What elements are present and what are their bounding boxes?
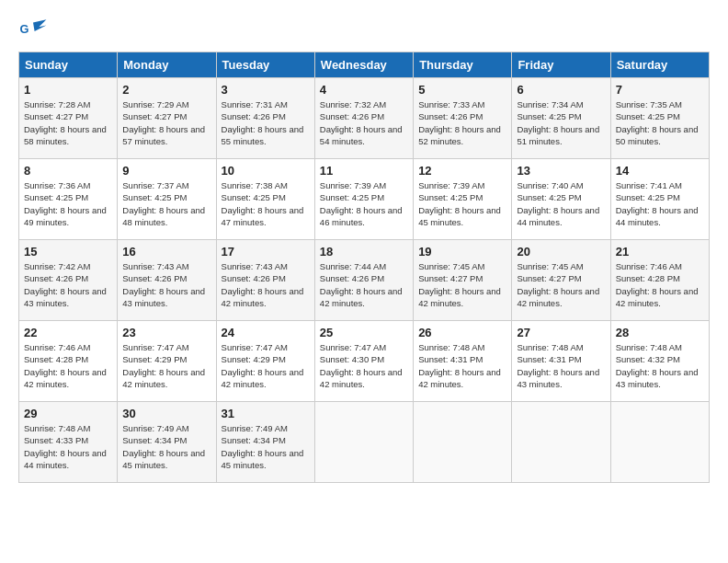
day-number: 8 — [24, 164, 112, 178]
day-info: Sunrise: 7:39 AM Sunset: 4:25 PM Dayligh… — [320, 179, 408, 228]
calendar-header-friday: Friday — [512, 52, 610, 78]
calendar-cell — [512, 402, 610, 483]
day-number: 6 — [517, 83, 605, 97]
day-info: Sunrise: 7:47 AM Sunset: 4:29 PM Dayligh… — [122, 341, 210, 390]
day-info: Sunrise: 7:38 AM Sunset: 4:25 PM Dayligh… — [222, 179, 310, 228]
day-info: Sunrise: 7:45 AM Sunset: 4:27 PM Dayligh… — [418, 260, 506, 309]
calendar-cell: 6 Sunrise: 7:34 AM Sunset: 4:25 PM Dayli… — [512, 78, 610, 159]
day-info: Sunrise: 7:28 AM Sunset: 4:27 PM Dayligh… — [24, 98, 112, 147]
day-info: Sunrise: 7:48 AM Sunset: 4:33 PM Dayligh… — [24, 422, 112, 471]
calendar-cell: 1 Sunrise: 7:28 AM Sunset: 4:27 PM Dayli… — [19, 78, 118, 159]
calendar-header-wednesday: Wednesday — [314, 52, 413, 78]
calendar-header-thursday: Thursday — [414, 52, 512, 78]
day-number: 29 — [24, 407, 112, 420]
calendar-cell: 29 Sunrise: 7:48 AM Sunset: 4:33 PM Dayl… — [19, 402, 118, 483]
calendar-cell: 4 Sunrise: 7:32 AM Sunset: 4:26 PM Dayli… — [314, 78, 413, 159]
calendar-week-2: 8 Sunrise: 7:36 AM Sunset: 4:25 PM Dayli… — [19, 159, 710, 240]
day-info: Sunrise: 7:39 AM Sunset: 4:25 PM Dayligh… — [418, 179, 506, 228]
calendar-cell: 25 Sunrise: 7:47 AM Sunset: 4:30 PM Dayl… — [314, 321, 413, 402]
calendar-week-4: 22 Sunrise: 7:46 AM Sunset: 4:28 PM Dayl… — [19, 321, 710, 402]
day-number: 20 — [517, 245, 605, 259]
day-number: 30 — [122, 407, 210, 420]
day-info: Sunrise: 7:46 AM Sunset: 4:28 PM Dayligh… — [24, 341, 112, 390]
logo-icon: G — [18, 17, 48, 46]
day-info: Sunrise: 7:41 AM Sunset: 4:25 PM Dayligh… — [616, 179, 704, 228]
day-number: 24 — [222, 326, 310, 339]
day-number: 2 — [122, 83, 210, 97]
calendar-cell: 28 Sunrise: 7:48 AM Sunset: 4:32 PM Dayl… — [610, 321, 709, 402]
calendar-week-1: 1 Sunrise: 7:28 AM Sunset: 4:27 PM Dayli… — [19, 78, 710, 159]
calendar-cell: 15 Sunrise: 7:42 AM Sunset: 4:26 PM Dayl… — [19, 240, 118, 321]
calendar-cell: 2 Sunrise: 7:29 AM Sunset: 4:27 PM Dayli… — [118, 78, 216, 159]
day-number: 7 — [616, 83, 704, 97]
calendar-header-sunday: Sunday — [19, 52, 118, 78]
day-number: 13 — [517, 164, 605, 178]
calendar-cell: 9 Sunrise: 7:37 AM Sunset: 4:25 PM Dayli… — [118, 159, 216, 240]
day-info: Sunrise: 7:31 AM Sunset: 4:26 PM Dayligh… — [222, 98, 310, 147]
day-info: Sunrise: 7:35 AM Sunset: 4:25 PM Dayligh… — [616, 98, 704, 147]
calendar-header-row: SundayMondayTuesdayWednesdayThursdayFrid… — [19, 52, 710, 78]
calendar-cell: 12 Sunrise: 7:39 AM Sunset: 4:25 PM Dayl… — [414, 159, 512, 240]
calendar-cell: 14 Sunrise: 7:41 AM Sunset: 4:25 PM Dayl… — [610, 159, 709, 240]
day-number: 28 — [616, 326, 704, 339]
calendar-cell: 26 Sunrise: 7:48 AM Sunset: 4:31 PM Dayl… — [414, 321, 512, 402]
day-number: 14 — [616, 164, 704, 178]
day-info: Sunrise: 7:48 AM Sunset: 4:31 PM Dayligh… — [517, 341, 605, 390]
day-info: Sunrise: 7:46 AM Sunset: 4:28 PM Dayligh… — [616, 260, 704, 309]
svg-text:G: G — [20, 22, 29, 36]
calendar-cell: 27 Sunrise: 7:48 AM Sunset: 4:31 PM Dayl… — [512, 321, 610, 402]
calendar-cell: 8 Sunrise: 7:36 AM Sunset: 4:25 PM Dayli… — [19, 159, 118, 240]
day-info: Sunrise: 7:32 AM Sunset: 4:26 PM Dayligh… — [320, 98, 408, 147]
day-info: Sunrise: 7:29 AM Sunset: 4:27 PM Dayligh… — [122, 98, 210, 147]
day-info: Sunrise: 7:45 AM Sunset: 4:27 PM Dayligh… — [517, 260, 605, 309]
calendar-week-3: 15 Sunrise: 7:42 AM Sunset: 4:26 PM Dayl… — [19, 240, 710, 321]
calendar-header-monday: Monday — [118, 52, 216, 78]
calendar-cell — [414, 402, 512, 483]
day-number: 22 — [24, 326, 112, 339]
calendar-week-5: 29 Sunrise: 7:48 AM Sunset: 4:33 PM Dayl… — [19, 402, 710, 483]
day-number: 10 — [222, 164, 310, 178]
calendar-cell: 31 Sunrise: 7:49 AM Sunset: 4:34 PM Dayl… — [216, 402, 314, 483]
day-info: Sunrise: 7:43 AM Sunset: 4:26 PM Dayligh… — [122, 260, 210, 309]
day-number: 11 — [320, 164, 408, 178]
day-number: 19 — [418, 245, 506, 259]
day-number: 18 — [320, 245, 408, 259]
calendar-header-tuesday: Tuesday — [216, 52, 314, 78]
day-number: 23 — [122, 326, 210, 339]
day-number: 12 — [418, 164, 506, 178]
day-info: Sunrise: 7:33 AM Sunset: 4:26 PM Dayligh… — [418, 98, 506, 147]
day-number: 26 — [418, 326, 506, 339]
calendar-cell: 23 Sunrise: 7:47 AM Sunset: 4:29 PM Dayl… — [118, 321, 216, 402]
calendar-cell: 10 Sunrise: 7:38 AM Sunset: 4:25 PM Dayl… — [216, 159, 314, 240]
calendar-cell: 16 Sunrise: 7:43 AM Sunset: 4:26 PM Dayl… — [118, 240, 216, 321]
calendar-header-saturday: Saturday — [610, 52, 709, 78]
calendar-cell: 5 Sunrise: 7:33 AM Sunset: 4:26 PM Dayli… — [414, 78, 512, 159]
day-info: Sunrise: 7:36 AM Sunset: 4:25 PM Dayligh… — [24, 179, 112, 228]
calendar-cell: 22 Sunrise: 7:46 AM Sunset: 4:28 PM Dayl… — [19, 321, 118, 402]
day-number: 17 — [222, 245, 310, 259]
day-info: Sunrise: 7:37 AM Sunset: 4:25 PM Dayligh… — [122, 179, 210, 228]
day-info: Sunrise: 7:34 AM Sunset: 4:25 PM Dayligh… — [517, 98, 605, 147]
day-number: 4 — [320, 83, 408, 97]
day-info: Sunrise: 7:43 AM Sunset: 4:26 PM Dayligh… — [222, 260, 310, 309]
logo: G — [18, 17, 51, 46]
calendar-cell: 13 Sunrise: 7:40 AM Sunset: 4:25 PM Dayl… — [512, 159, 610, 240]
day-info: Sunrise: 7:47 AM Sunset: 4:29 PM Dayligh… — [222, 341, 310, 390]
header: G — [18, 17, 710, 46]
day-number: 27 — [517, 326, 605, 339]
calendar-cell: 30 Sunrise: 7:49 AM Sunset: 4:34 PM Dayl… — [118, 402, 216, 483]
day-number: 1 — [24, 83, 112, 97]
calendar-cell: 18 Sunrise: 7:44 AM Sunset: 4:26 PM Dayl… — [314, 240, 413, 321]
day-number: 15 — [24, 245, 112, 259]
day-number: 9 — [122, 164, 210, 178]
day-info: Sunrise: 7:44 AM Sunset: 4:26 PM Dayligh… — [320, 260, 408, 309]
calendar-cell: 7 Sunrise: 7:35 AM Sunset: 4:25 PM Dayli… — [610, 78, 709, 159]
calendar-cell: 21 Sunrise: 7:46 AM Sunset: 4:28 PM Dayl… — [610, 240, 709, 321]
day-number: 5 — [418, 83, 506, 97]
day-info: Sunrise: 7:48 AM Sunset: 4:31 PM Dayligh… — [418, 341, 506, 390]
day-number: 3 — [222, 83, 310, 97]
day-info: Sunrise: 7:49 AM Sunset: 4:34 PM Dayligh… — [122, 422, 210, 471]
day-info: Sunrise: 7:49 AM Sunset: 4:34 PM Dayligh… — [222, 422, 310, 471]
calendar-cell: 11 Sunrise: 7:39 AM Sunset: 4:25 PM Dayl… — [314, 159, 413, 240]
calendar-cell: 20 Sunrise: 7:45 AM Sunset: 4:27 PM Dayl… — [512, 240, 610, 321]
